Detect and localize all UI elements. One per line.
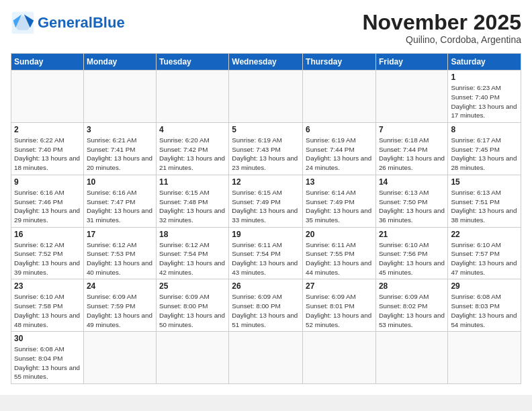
day-number: 5 [232, 125, 300, 134]
page: GeneralBlue November 2025 Quilino, Cordo… [0, 0, 532, 395]
day-number: 13 [306, 177, 373, 187]
calendar-table: SundayMondayTuesdayWednesdayThursdayFrid… [11, 53, 521, 384]
weekday-header-sunday: Sunday [11, 54, 84, 71]
calendar-cell: 25Sunrise: 6:09 AM Sunset: 8:00 PM Dayli… [156, 279, 228, 332]
calendar-cell: 16Sunrise: 6:12 AM Sunset: 7:52 PM Dayli… [11, 227, 84, 279]
day-info: Sunrise: 6:21 AM Sunset: 7:41 PM Dayligh… [87, 136, 153, 173]
calendar-cell: 17Sunrise: 6:12 AM Sunset: 7:53 PM Dayli… [83, 227, 156, 279]
day-number: 29 [451, 281, 518, 291]
day-number: 8 [451, 125, 518, 134]
calendar-cell: 4Sunrise: 6:20 AM Sunset: 7:42 PM Daylig… [156, 123, 228, 175]
calendar-week-0: 1Sunrise: 6:23 AM Sunset: 7:40 PM Daylig… [11, 71, 521, 123]
day-info: Sunrise: 6:13 AM Sunset: 7:51 PM Dayligh… [451, 188, 518, 225]
calendar-cell: 30Sunrise: 6:08 AM Sunset: 8:04 PM Dayli… [11, 332, 84, 384]
calendar-cell [375, 332, 447, 384]
calendar-cell [229, 332, 303, 384]
calendar-cell [303, 71, 376, 123]
day-number: 23 [14, 281, 81, 291]
day-number: 9 [14, 177, 81, 187]
calendar-cell [303, 332, 376, 384]
day-number: 6 [306, 125, 373, 134]
day-info: Sunrise: 6:19 AM Sunset: 7:43 PM Dayligh… [232, 136, 300, 173]
calendar-cell [448, 332, 521, 384]
day-info: Sunrise: 6:09 AM Sunset: 7:59 PM Dayligh… [87, 292, 153, 329]
calendar-cell [11, 71, 84, 123]
logo-text: GeneralBlue [38, 15, 125, 31]
calendar-cell: 8Sunrise: 6:17 AM Sunset: 7:45 PM Daylig… [448, 123, 521, 175]
day-number: 30 [14, 334, 81, 343]
day-number: 21 [379, 230, 445, 239]
weekday-header-friday: Friday [375, 54, 447, 71]
logo-icon [11, 11, 35, 35]
calendar-cell: 12Sunrise: 6:15 AM Sunset: 7:49 PM Dayli… [229, 175, 303, 227]
calendar-cell [156, 332, 228, 384]
title-block: November 2025 Quilino, Cordoba, Argentin… [362, 11, 521, 45]
day-number: 17 [87, 230, 153, 239]
day-number: 27 [306, 281, 373, 291]
day-info: Sunrise: 6:12 AM Sunset: 7:52 PM Dayligh… [14, 240, 81, 277]
day-number: 19 [232, 230, 300, 239]
calendar-cell: 3Sunrise: 6:21 AM Sunset: 7:41 PM Daylig… [83, 123, 156, 175]
day-info: Sunrise: 6:23 AM Sunset: 7:40 PM Dayligh… [451, 83, 518, 120]
calendar-week-2: 9Sunrise: 6:16 AM Sunset: 7:46 PM Daylig… [11, 175, 521, 227]
calendar-cell: 18Sunrise: 6:12 AM Sunset: 7:54 PM Dayli… [156, 227, 228, 279]
day-info: Sunrise: 6:22 AM Sunset: 7:40 PM Dayligh… [14, 136, 81, 173]
day-info: Sunrise: 6:13 AM Sunset: 7:50 PM Dayligh… [379, 188, 445, 225]
calendar-cell: 19Sunrise: 6:11 AM Sunset: 7:54 PM Dayli… [229, 227, 303, 279]
calendar-cell: 15Sunrise: 6:13 AM Sunset: 7:51 PM Dayli… [448, 175, 521, 227]
month-title: November 2025 [362, 11, 521, 34]
day-info: Sunrise: 6:09 AM Sunset: 8:02 PM Dayligh… [379, 292, 445, 329]
calendar-header: SundayMondayTuesdayWednesdayThursdayFrid… [11, 54, 521, 71]
calendar-cell: 23Sunrise: 6:10 AM Sunset: 7:58 PM Dayli… [11, 279, 84, 332]
day-number: 26 [232, 281, 300, 291]
weekday-header-tuesday: Tuesday [156, 54, 228, 71]
logo-general: General [38, 14, 93, 31]
calendar-cell: 5Sunrise: 6:19 AM Sunset: 7:43 PM Daylig… [229, 123, 303, 175]
day-info: Sunrise: 6:18 AM Sunset: 7:44 PM Dayligh… [379, 136, 445, 173]
day-info: Sunrise: 6:15 AM Sunset: 7:48 PM Dayligh… [159, 188, 226, 225]
weekday-header-monday: Monday [83, 54, 156, 71]
day-info: Sunrise: 6:09 AM Sunset: 8:00 PM Dayligh… [159, 292, 226, 329]
day-info: Sunrise: 6:16 AM Sunset: 7:46 PM Dayligh… [14, 188, 81, 225]
calendar-cell: 9Sunrise: 6:16 AM Sunset: 7:46 PM Daylig… [11, 175, 84, 227]
day-info: Sunrise: 6:14 AM Sunset: 7:49 PM Dayligh… [306, 188, 373, 225]
logo: GeneralBlue [11, 11, 125, 35]
day-info: Sunrise: 6:17 AM Sunset: 7:45 PM Dayligh… [451, 136, 518, 173]
calendar-cell: 24Sunrise: 6:09 AM Sunset: 7:59 PM Dayli… [83, 279, 156, 332]
day-info: Sunrise: 6:16 AM Sunset: 7:47 PM Dayligh… [87, 188, 153, 225]
calendar-cell [229, 71, 303, 123]
logo-blue: Blue [93, 14, 125, 31]
day-number: 24 [87, 281, 153, 291]
calendar-body: 1Sunrise: 6:23 AM Sunset: 7:40 PM Daylig… [11, 71, 521, 384]
day-number: 22 [451, 230, 518, 239]
day-number: 25 [159, 281, 226, 291]
calendar-week-3: 16Sunrise: 6:12 AM Sunset: 7:52 PM Dayli… [11, 227, 521, 279]
calendar-week-1: 2Sunrise: 6:22 AM Sunset: 7:40 PM Daylig… [11, 123, 521, 175]
calendar-cell: 2Sunrise: 6:22 AM Sunset: 7:40 PM Daylig… [11, 123, 84, 175]
calendar-cell: 26Sunrise: 6:09 AM Sunset: 8:00 PM Dayli… [229, 279, 303, 332]
weekday-header-row: SundayMondayTuesdayWednesdayThursdayFrid… [11, 54, 521, 71]
calendar-cell: 7Sunrise: 6:18 AM Sunset: 7:44 PM Daylig… [375, 123, 447, 175]
day-info: Sunrise: 6:08 AM Sunset: 8:04 PM Dayligh… [14, 345, 81, 381]
day-info: Sunrise: 6:11 AM Sunset: 7:55 PM Dayligh… [306, 240, 373, 277]
day-info: Sunrise: 6:12 AM Sunset: 7:53 PM Dayligh… [87, 240, 153, 277]
calendar-week-4: 23Sunrise: 6:10 AM Sunset: 7:58 PM Dayli… [11, 279, 521, 332]
day-info: Sunrise: 6:09 AM Sunset: 8:01 PM Dayligh… [306, 292, 373, 329]
day-number: 1 [451, 73, 518, 82]
calendar-cell: 6Sunrise: 6:19 AM Sunset: 7:44 PM Daylig… [303, 123, 376, 175]
calendar-cell: 28Sunrise: 6:09 AM Sunset: 8:02 PM Dayli… [375, 279, 447, 332]
day-number: 4 [159, 125, 226, 134]
calendar-cell [375, 71, 447, 123]
day-info: Sunrise: 6:10 AM Sunset: 7:58 PM Dayligh… [14, 292, 81, 329]
day-info: Sunrise: 6:15 AM Sunset: 7:49 PM Dayligh… [232, 188, 300, 225]
day-info: Sunrise: 6:11 AM Sunset: 7:54 PM Dayligh… [232, 240, 300, 277]
weekday-header-wednesday: Wednesday [229, 54, 303, 71]
calendar-cell: 21Sunrise: 6:10 AM Sunset: 7:56 PM Dayli… [375, 227, 447, 279]
day-info: Sunrise: 6:12 AM Sunset: 7:54 PM Dayligh… [159, 240, 226, 277]
day-info: Sunrise: 6:09 AM Sunset: 8:00 PM Dayligh… [232, 292, 300, 329]
day-info: Sunrise: 6:19 AM Sunset: 7:44 PM Dayligh… [306, 136, 373, 173]
calendar-cell: 14Sunrise: 6:13 AM Sunset: 7:50 PM Dayli… [375, 175, 447, 227]
day-number: 15 [451, 177, 518, 187]
calendar-cell: 29Sunrise: 6:08 AM Sunset: 8:03 PM Dayli… [448, 279, 521, 332]
calendar-cell: 20Sunrise: 6:11 AM Sunset: 7:55 PM Dayli… [303, 227, 376, 279]
